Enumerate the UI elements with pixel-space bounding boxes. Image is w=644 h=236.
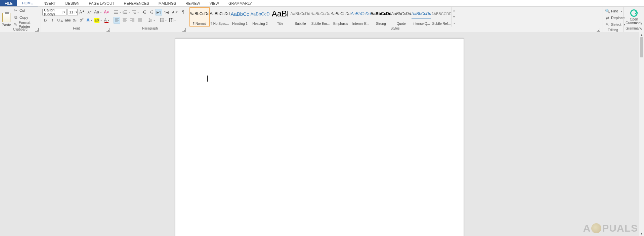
borders-button[interactable]: ▼ (169, 17, 177, 23)
tab-file[interactable]: FILE (0, 0, 17, 6)
decrease-indent-button[interactable] (140, 9, 147, 15)
scroll-down-button[interactable]: ▼ (639, 231, 644, 236)
styles-dialog-launcher[interactable] (597, 28, 600, 32)
vertical-scrollbar[interactable]: ▲ ▼ (639, 32, 644, 236)
copy-icon: ⧉ (13, 15, 18, 20)
scroll-thumb[interactable] (640, 37, 643, 57)
style-subtle-ref[interactable]: AABBCCDDSubtle Ref... (431, 7, 452, 27)
shading-button[interactable]: ▼ (160, 17, 168, 23)
bold-button[interactable]: B (42, 17, 48, 23)
group-editing: 🔍Find▼ ⇄Replace ↖Select▼ Editing (602, 7, 624, 32)
font-name-combo[interactable]: Calibri (Body)▼ (42, 9, 67, 15)
style-heading-2[interactable]: AaBbCcDHeading 2 (250, 7, 270, 27)
styles-row-up[interactable]: ▲ (452, 7, 456, 14)
grow-font-button[interactable]: A▲ (79, 9, 85, 15)
svg-point-4 (114, 13, 115, 14)
paragraph-dialog-launcher[interactable] (182, 28, 186, 32)
group-font: Calibri (Body)▼ 11▼ A▲ A▼ Aa▼ A⊘ B I U▼ … (41, 7, 112, 32)
editing-group-label: Editing (604, 28, 622, 32)
italic-button[interactable]: I (49, 17, 55, 23)
tab-grammarly[interactable]: GRAMMARLY (224, 0, 257, 6)
bullets-button[interactable]: ▼ (114, 9, 122, 15)
font-dialog-launcher[interactable] (106, 28, 110, 32)
ltr-direction-button[interactable]: ▶¶ (156, 9, 162, 15)
justify-button[interactable] (137, 17, 143, 23)
copy-button[interactable]: ⧉Copy (13, 14, 39, 20)
style-subtle-em[interactable]: AaBbCcDdSubtle Em... (310, 7, 331, 27)
replace-label: Replace (611, 16, 625, 20)
tab-view[interactable]: VIEW (205, 0, 224, 6)
subscript-button[interactable]: x2 (72, 17, 78, 23)
tab-review[interactable]: REVIEW (181, 0, 205, 6)
clipboard-dialog-launcher[interactable] (35, 28, 39, 32)
change-case-button[interactable]: Aa▼ (94, 9, 102, 15)
cut-button[interactable]: ✂Cut (13, 7, 39, 13)
watermark: A PUALS (583, 223, 638, 234)
style-strong[interactable]: AaBbCcDdStrong (371, 7, 391, 27)
style-emphasis[interactable]: AaBbCcDdEmphasis (331, 7, 351, 27)
align-center-button[interactable] (121, 17, 128, 23)
find-button[interactable]: 🔍Find▼ (605, 8, 626, 14)
style-preview: AaBbCcD (250, 9, 270, 18)
styles-expand[interactable]: ▾ (452, 20, 456, 27)
font-name-value: Calibri (Body) (43, 8, 62, 16)
style-heading-1[interactable]: AaBbCcHeading 1 (230, 7, 250, 27)
font-size-combo[interactable]: 11▼ (68, 9, 78, 15)
style-preview: AaBbCcDd (291, 9, 310, 18)
svg-marker-40 (148, 18, 150, 19)
clear-formatting-button[interactable]: A⊘ (103, 9, 110, 15)
styles-row-down[interactable]: ▼ (452, 14, 456, 20)
superscript-button[interactable]: x2 (79, 17, 85, 23)
tab-home[interactable]: HOME (17, 0, 38, 6)
grammarly-open-line1: Open (630, 17, 638, 21)
cut-label: Cut (19, 8, 25, 12)
style-intense-e[interactable]: AaBbCcDdIntense E... (351, 7, 371, 27)
style-quote[interactable]: AaBbCcDdQuote (391, 7, 411, 27)
numbering-button[interactable]: 123▼ (123, 9, 131, 15)
svg-point-0 (114, 10, 115, 11)
replace-button[interactable]: ⇄Replace (605, 15, 626, 21)
tab-mailings[interactable]: MAILINGS (154, 0, 181, 6)
align-left-button[interactable] (114, 17, 120, 23)
style-subtitle[interactable]: AaBbCcDdSubtitle (290, 7, 310, 27)
shrink-font-button[interactable]: A▼ (86, 9, 93, 15)
align-right-button[interactable] (129, 17, 136, 23)
watermark-text-b: PUALS (602, 223, 638, 234)
font-color-button[interactable]: A▼ (103, 17, 111, 23)
paste-button[interactable]: Paste (1, 7, 11, 28)
style-name-label: Heading 2 (252, 22, 268, 26)
highlight-color-button[interactable]: ab▼ (94, 17, 102, 23)
format-painter-button[interactable]: ✎Format Painter (13, 21, 39, 28)
style-normal[interactable]: AaBbCcDd¶ Normal (189, 7, 210, 27)
scroll-up-button[interactable]: ▲ (639, 32, 644, 37)
multilevel-list-button[interactable]: ▼ (131, 9, 139, 15)
style-preview: AaBbCcDd (391, 9, 411, 18)
tab-references[interactable]: REFERENCES (119, 0, 154, 6)
group-clipboard: Paste ✂Cut ⧉Copy ✎Format Painter Clipboa… (0, 7, 41, 32)
strikethrough-button[interactable]: abc (65, 17, 71, 23)
style-no-spac[interactable]: AaBbCcDd¶ No Spac... (210, 7, 230, 27)
tab-page-layout[interactable]: PAGE LAYOUT (84, 0, 119, 6)
style-intense-q[interactable]: AaBbCcDdIntense Q... (411, 7, 431, 27)
line-spacing-button[interactable]: ▼ (147, 17, 156, 23)
style-title[interactable]: AaBlTitle (270, 7, 290, 27)
underline-button[interactable]: U▼ (56, 17, 64, 23)
document-page[interactable] (175, 38, 464, 236)
show-hide-marks-button[interactable]: ¶ (180, 9, 186, 15)
scissors-icon: ✂ (13, 8, 18, 13)
style-name-label: ¶ Normal (193, 22, 206, 26)
tab-design[interactable]: DESIGN (60, 0, 84, 6)
tab-insert[interactable]: INSERT (38, 0, 60, 6)
sort-button[interactable]: A↓Z (171, 9, 179, 15)
styles-group-label: Styles (189, 27, 601, 32)
rtl-direction-button[interactable]: ¶◀ (163, 9, 170, 15)
open-grammarly-button[interactable]: OpenGrammarly (625, 7, 643, 27)
text-effects-button[interactable]: A▼ (86, 17, 93, 23)
style-preview: AaBbCcDd (412, 9, 431, 18)
style-name-label: Intense E... (352, 22, 370, 26)
select-button[interactable]: ↖Select▼ (605, 21, 626, 28)
increase-indent-button[interactable] (148, 9, 155, 15)
svg-marker-15 (142, 11, 144, 13)
document-area (0, 32, 639, 236)
svg-text:3: 3 (123, 12, 124, 14)
